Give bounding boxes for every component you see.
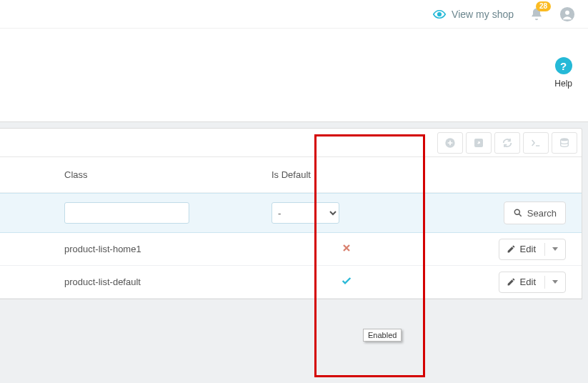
help-label: Help (554, 79, 572, 89)
add-button[interactable] (437, 132, 463, 154)
svg-point-2 (565, 10, 569, 14)
topbar: View my shop 28 (0, 0, 588, 29)
cell-class: product-list-home1 (0, 244, 257, 254)
view-my-shop-link[interactable]: View my shop (433, 8, 514, 21)
eye-icon (433, 8, 446, 21)
export-icon (473, 137, 484, 149)
refresh-button[interactable] (494, 132, 520, 154)
panel: Class Is Default - Search (0, 128, 582, 299)
cell-class: product-list-default (0, 277, 257, 287)
notifications-button[interactable]: 28 (529, 7, 544, 21)
edit-button[interactable]: Edit (499, 272, 566, 293)
filter-default-select[interactable]: - (271, 202, 339, 224)
view-shop-label: View my shop (452, 9, 514, 20)
terminal-icon (530, 137, 542, 149)
status-enabled-icon[interactable] (339, 275, 354, 287)
table-header-row: Class Is Default (0, 157, 582, 193)
terminal-button[interactable] (523, 132, 549, 154)
table-row: product-list-home1 Edit (0, 233, 582, 266)
svg-point-6 (514, 209, 519, 214)
table-row: product-list-default Edit (0, 266, 582, 299)
database-icon (559, 137, 570, 149)
search-button[interactable]: Search (504, 202, 566, 224)
table-filter-row: - Search (0, 193, 582, 233)
svg-point-5 (561, 138, 569, 141)
cross-icon (341, 242, 352, 254)
refresh-icon (502, 137, 513, 149)
user-circle-icon (559, 6, 575, 22)
notification-badge: 28 (536, 1, 551, 11)
edit-label: Edit (520, 277, 536, 287)
database-button[interactable] (552, 132, 577, 154)
panel-toolbar (0, 129, 582, 157)
table: Class Is Default - Search (0, 157, 582, 299)
check-icon (341, 275, 352, 287)
tooltip: Enabled (363, 329, 402, 342)
edit-label: Edit (520, 244, 536, 254)
plus-circle-icon (444, 137, 456, 149)
filter-class-input[interactable] (64, 202, 189, 224)
help-button[interactable]: ? Help (554, 57, 572, 89)
help-icon: ? (555, 57, 572, 74)
status-disabled-icon[interactable] (339, 242, 354, 254)
search-icon (513, 208, 523, 218)
content-area: Class Is Default - Search (0, 121, 588, 383)
search-label: Search (527, 208, 557, 219)
profile-button[interactable] (559, 6, 575, 22)
header-class[interactable]: Class (0, 169, 257, 180)
pencil-icon (507, 277, 516, 287)
caret-down-icon (552, 247, 558, 251)
export-button[interactable] (466, 132, 492, 154)
pencil-icon (507, 244, 516, 254)
caret-down-icon (552, 280, 558, 284)
edit-button[interactable]: Edit (499, 239, 566, 260)
header-is-default[interactable]: Is Default (257, 169, 436, 180)
tooltip-text: Enabled (368, 331, 397, 339)
svg-point-0 (438, 12, 442, 16)
